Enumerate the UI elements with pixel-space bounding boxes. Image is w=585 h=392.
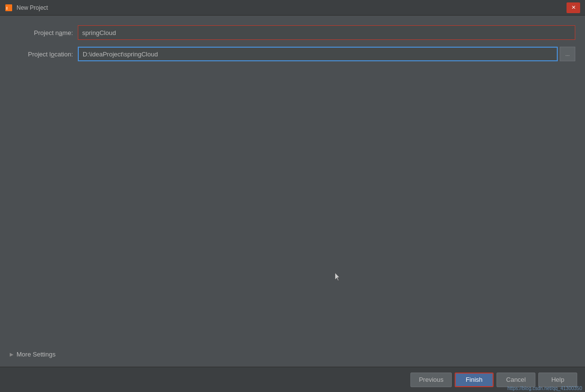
close-button[interactable]: ✕: [567, 2, 580, 13]
browse-button[interactable]: ...: [560, 47, 575, 61]
intellij-icon: I: [5, 4, 13, 12]
finish-button[interactable]: Finish: [455, 373, 494, 387]
bottom-bar: Previous Finish Cancel Help https://blog…: [0, 367, 585, 392]
more-settings-arrow-icon: ▶: [10, 352, 14, 357]
new-project-dialog: I New Project ✕ Project name: Project lo…: [0, 0, 585, 392]
project-location-input[interactable]: [78, 47, 558, 61]
svg-text:I: I: [6, 6, 8, 11]
more-settings-label: More Settings: [17, 351, 55, 358]
title-bar: I New Project ✕: [0, 0, 585, 16]
project-name-row: Project name:: [10, 25, 575, 40]
more-settings-section[interactable]: ▶ More Settings: [10, 347, 575, 362]
bottom-link: https://blog.csdn.net/qq_41300350: [505, 385, 585, 392]
previous-button[interactable]: Previous: [410, 373, 452, 387]
cursor-icon: [335, 272, 340, 281]
empty-content-area: [10, 68, 575, 347]
project-location-label: Project location:: [10, 51, 78, 58]
project-name-label: Project name:: [10, 29, 78, 36]
project-location-row: Project location: ...: [10, 47, 575, 61]
dialog-content: Project name: Project location: ... ▶ Mo…: [0, 16, 585, 367]
project-name-input[interactable]: [78, 25, 575, 40]
dialog-title: New Project: [17, 4, 567, 11]
